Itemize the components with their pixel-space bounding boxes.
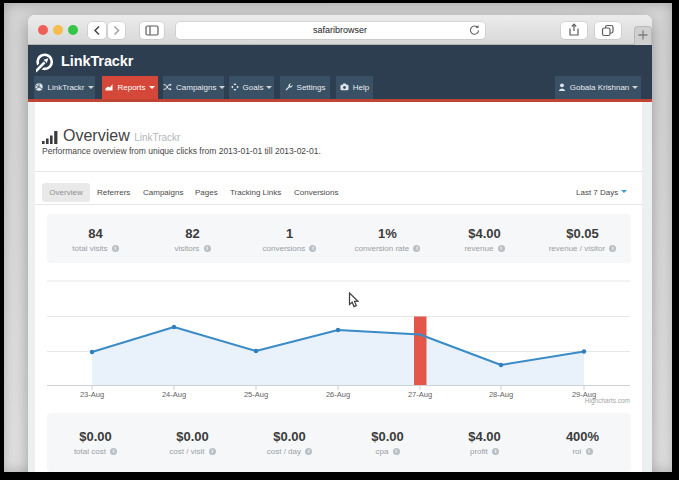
svg-text:26-Aug: 26-Aug [326,390,350,399]
svg-text:23-Aug: 23-Aug [80,390,104,399]
svg-text:24-Aug: 24-Aug [162,390,186,399]
svg-text:27-Aug: 27-Aug [408,390,432,399]
svg-text:28-Aug: 28-Aug [489,390,513,399]
svg-text:25-Aug: 25-Aug [244,390,268,399]
svg-text:Highcharts.com: Highcharts.com [585,397,630,405]
